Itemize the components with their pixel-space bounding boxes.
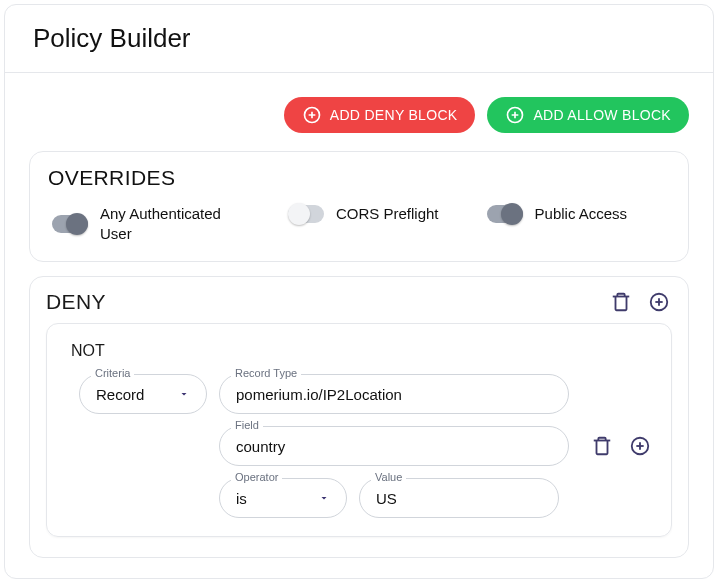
toggle-any-authenticated-user[interactable]: Any Authenticated User	[52, 204, 240, 243]
deny-header: DENY	[46, 289, 672, 315]
overrides-row: Any Authenticated User CORS Preflight Pu…	[48, 200, 670, 245]
field-field: Field	[219, 426, 569, 466]
policy-builder-page: Policy Builder ADD DENY BLOCK ADD ALLOW …	[4, 4, 714, 579]
chevron-down-icon	[178, 388, 190, 400]
criteria-select[interactable]: Record	[79, 374, 207, 414]
add-allow-label: ADD ALLOW BLOCK	[533, 107, 671, 123]
add-allow-block-button[interactable]: ADD ALLOW BLOCK	[487, 97, 689, 133]
field-input[interactable]	[219, 426, 569, 466]
deny-block: DENY NOT Criteria Record	[29, 276, 689, 558]
toggle-label: Public Access	[535, 204, 628, 224]
delete-rule-button[interactable]	[589, 433, 615, 459]
record-type-label: Record Type	[231, 367, 301, 379]
plus-circle-icon	[648, 291, 670, 313]
overrides-title: OVERRIDES	[48, 166, 670, 190]
trash-icon	[591, 435, 613, 457]
add-deny-label: ADD DENY BLOCK	[330, 107, 458, 123]
logic-operator-label: NOT	[71, 342, 653, 360]
page-header: Policy Builder	[5, 5, 713, 73]
trash-icon	[610, 291, 632, 313]
add-deny-block-button[interactable]: ADD DENY BLOCK	[284, 97, 476, 133]
value-input[interactable]	[359, 478, 559, 518]
deny-header-actions	[608, 289, 672, 315]
page-body: ADD DENY BLOCK ADD ALLOW BLOCK OVERRIDES…	[5, 73, 713, 578]
operator-value: is	[236, 490, 247, 507]
add-rule-button[interactable]	[646, 289, 672, 315]
page-title: Policy Builder	[33, 23, 685, 54]
toggle-label: Any Authenticated User	[100, 204, 240, 243]
operator-select[interactable]: is	[219, 478, 347, 518]
criteria-value: Record	[96, 386, 144, 403]
operator-label: Operator	[231, 471, 282, 483]
criteria-row: Criteria Record Record Type	[65, 374, 653, 414]
toggle-label: CORS Preflight	[336, 204, 439, 224]
field-label: Field	[231, 419, 263, 431]
plus-circle-icon	[505, 105, 525, 125]
plus-circle-icon	[302, 105, 322, 125]
rule-group: NOT Criteria Record Record Type	[46, 323, 672, 537]
criteria-label: Criteria	[91, 367, 134, 379]
operator-value-row: Operator is Value	[65, 478, 653, 518]
record-type-field: Record Type	[219, 374, 569, 414]
toggle-public-access[interactable]: Public Access	[487, 204, 628, 224]
delete-block-button[interactable]	[608, 289, 634, 315]
switch-icon	[487, 205, 523, 223]
value-label: Value	[371, 471, 406, 483]
overrides-card: OVERRIDES Any Authenticated User CORS Pr…	[29, 151, 689, 262]
deny-title: DENY	[46, 290, 106, 314]
criteria-field: Criteria Record	[79, 374, 207, 414]
rule-row-actions	[589, 433, 653, 459]
value-field: Value	[359, 478, 559, 518]
record-type-input[interactable]	[219, 374, 569, 414]
switch-icon	[288, 205, 324, 223]
switch-icon	[52, 215, 88, 233]
toggle-cors-preflight[interactable]: CORS Preflight	[288, 204, 439, 224]
field-row: Field	[65, 426, 653, 466]
chevron-down-icon	[318, 492, 330, 504]
plus-circle-icon	[629, 435, 651, 457]
block-actions: ADD DENY BLOCK ADD ALLOW BLOCK	[29, 97, 689, 133]
operator-field: Operator is	[219, 478, 347, 518]
add-condition-button[interactable]	[627, 433, 653, 459]
